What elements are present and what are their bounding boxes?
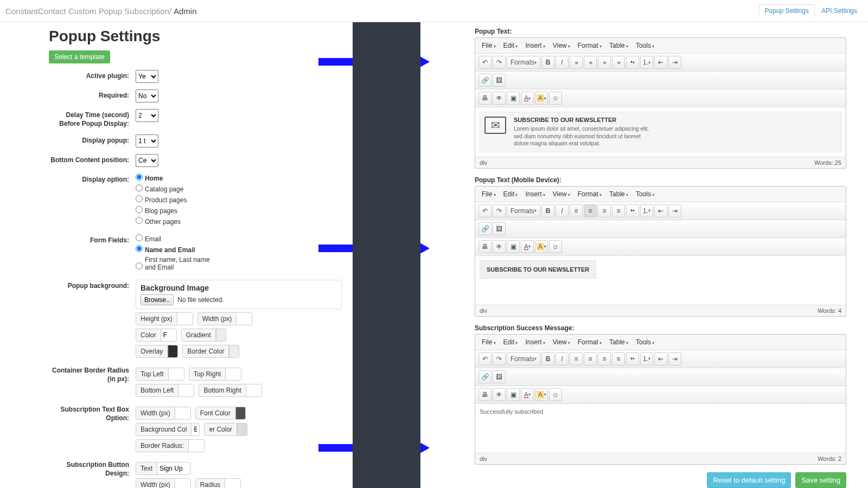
browse-button[interactable]: Browse.. — [141, 294, 174, 305]
menu-insert[interactable]: Insert — [522, 337, 548, 348]
italic-icon[interactable]: I — [556, 204, 569, 217]
media-icon[interactable]: ▣ — [507, 388, 520, 401]
menu-tools[interactable]: Tools — [633, 189, 658, 200]
menu-view[interactable]: View — [550, 189, 573, 200]
emoticons-icon[interactable]: ☺ — [549, 92, 562, 105]
redo-icon[interactable]: ↷ — [493, 204, 506, 217]
btn-text-input[interactable] — [157, 463, 190, 474]
image-icon[interactable]: 🖼 — [493, 370, 506, 383]
bold-icon[interactable]: B — [541, 56, 554, 69]
bottom-position-select[interactable]: Ce — [136, 154, 158, 167]
formats-dropdown[interactable]: Formats — [507, 352, 540, 365]
backcolor-icon[interactable]: A — [535, 240, 548, 253]
forecolor-icon[interactable]: A — [521, 92, 534, 105]
print-icon[interactable]: 🖶 — [478, 388, 492, 401]
align-right-icon[interactable]: ≡ — [598, 352, 611, 365]
btn-radius-input[interactable] — [225, 479, 240, 488]
redo-icon[interactable]: ↷ — [493, 352, 506, 365]
bg-width-input[interactable] — [237, 313, 252, 325]
backcolor-icon[interactable]: A — [535, 92, 548, 105]
display-option-blog[interactable] — [136, 206, 143, 213]
align-left-icon[interactable]: ≡ — [570, 204, 583, 217]
image-icon[interactable]: 🖼 — [493, 74, 506, 87]
print-icon[interactable]: 🖶 — [478, 240, 492, 253]
number-list-icon[interactable]: 1. — [640, 352, 653, 365]
align-center-icon[interactable]: ≡ — [584, 204, 597, 217]
menu-tools[interactable]: Tools — [633, 337, 658, 348]
tb-width-input[interactable] — [175, 407, 190, 419]
menu-edit[interactable]: Edit — [500, 189, 521, 200]
tab-popup-settings[interactable]: Popup Settings — [759, 4, 815, 17]
bullet-list-icon[interactable]: • — [626, 352, 639, 365]
menu-table[interactable]: Table — [606, 189, 631, 200]
tb-ercolor-swatch[interactable] — [237, 423, 247, 435]
form-field-email[interactable] — [136, 234, 143, 241]
preview-icon[interactable]: 👁 — [493, 240, 506, 253]
preview-icon[interactable]: 👁 — [493, 92, 506, 105]
undo-icon[interactable]: ↶ — [478, 204, 492, 217]
link-icon[interactable]: 🔗 — [478, 370, 492, 383]
tb-font-swatch[interactable] — [235, 407, 245, 419]
menu-insert[interactable]: Insert — [522, 189, 548, 200]
radius-tr-input[interactable] — [226, 368, 241, 380]
align-center-icon[interactable]: ≡ — [584, 56, 597, 69]
menu-table[interactable]: Table — [606, 40, 631, 51]
indent-icon[interactable]: ⇥ — [668, 204, 681, 217]
display-option-product[interactable] — [136, 195, 143, 202]
tb-border-radius-input[interactable] — [189, 440, 204, 452]
active-plugin-select[interactable]: Ye — [136, 70, 158, 83]
outdent-icon[interactable]: ⇤ — [654, 204, 667, 217]
radius-br-input[interactable] — [246, 384, 261, 396]
redo-icon[interactable]: ↷ — [493, 56, 506, 69]
italic-icon[interactable]: I — [556, 352, 569, 365]
menu-view[interactable]: View — [550, 337, 573, 348]
emoticons-icon[interactable]: ☺ — [549, 388, 562, 401]
bg-height-input[interactable] — [177, 313, 193, 325]
align-left-icon[interactable]: ≡ — [570, 352, 583, 365]
menu-insert[interactable]: Insert — [522, 40, 548, 51]
display-option-catalog[interactable] — [136, 184, 143, 191]
select-template-button[interactable]: Select a template — [49, 50, 110, 63]
align-right-icon[interactable]: ≡ — [598, 56, 611, 69]
align-justify-icon[interactable]: ≡ — [612, 204, 625, 217]
link-icon[interactable]: 🔗 — [478, 222, 492, 235]
menu-table[interactable]: Table — [606, 337, 631, 348]
align-justify-icon[interactable]: ≡ — [612, 56, 625, 69]
radius-tl-input[interactable] — [169, 368, 184, 380]
tab-api-settings[interactable]: API Settings — [816, 4, 863, 17]
bullet-list-icon[interactable]: • — [626, 56, 639, 69]
reset-button[interactable]: Reset to default setting — [707, 472, 791, 488]
outdent-icon[interactable]: ⇤ — [654, 56, 667, 69]
gradient-swatch[interactable] — [216, 329, 226, 341]
indent-icon[interactable]: ⇥ — [668, 56, 681, 69]
menu-file[interactable]: File — [478, 189, 499, 200]
bg-color-input[interactable] — [161, 329, 176, 341]
align-center-icon[interactable]: ≡ — [584, 352, 597, 365]
delay-select[interactable]: 2 — [136, 109, 158, 122]
border-color-swatch[interactable] — [229, 345, 239, 357]
formats-dropdown[interactable]: Formats — [507, 204, 540, 217]
print-icon[interactable]: 🖶 — [478, 92, 492, 105]
popup-mobile-body[interactable]: SUBSCRIBE TO OUR NEWSLETTER — [475, 256, 846, 305]
forecolor-icon[interactable]: A — [521, 240, 534, 253]
emoticons-icon[interactable]: ☺ — [549, 240, 562, 253]
image-icon[interactable]: 🖼 — [493, 222, 506, 235]
menu-format[interactable]: Format — [575, 40, 605, 51]
indent-icon[interactable]: ⇥ — [668, 352, 681, 365]
save-button[interactable]: Save setting — [795, 472, 846, 488]
media-icon[interactable]: ▣ — [507, 240, 520, 253]
menu-format[interactable]: Format — [575, 189, 605, 200]
menu-edit[interactable]: Edit — [500, 40, 521, 51]
form-field-name-email[interactable] — [136, 245, 143, 252]
number-list-icon[interactable]: 1. — [640, 204, 653, 217]
menu-file[interactable]: File — [478, 337, 499, 348]
link-icon[interactable]: 🔗 — [478, 74, 492, 87]
formats-dropdown[interactable]: Formats — [507, 56, 540, 69]
number-list-icon[interactable]: 1. — [640, 56, 653, 69]
align-left-icon[interactable]: ≡ — [570, 56, 583, 69]
popup-text-body[interactable]: ✉ SUBSCRIBE TO OUR NEWSLETTER Lorem ipsu… — [475, 107, 846, 157]
menu-edit[interactable]: Edit — [500, 337, 521, 348]
undo-icon[interactable]: ↶ — [478, 56, 492, 69]
bold-icon[interactable]: B — [541, 352, 554, 365]
btn-width-input[interactable] — [175, 479, 190, 488]
